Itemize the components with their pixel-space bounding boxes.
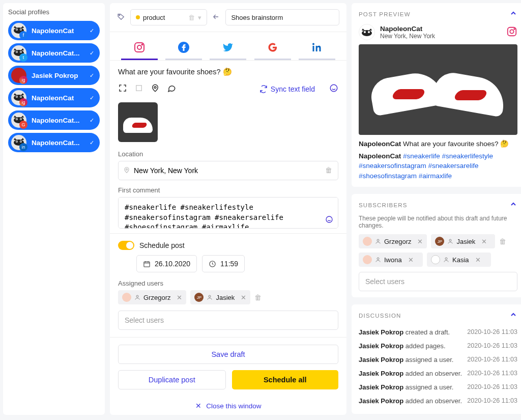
preview-hashtags: NapoleonCat #sneakerlife #sneakerlifesty… — [359, 151, 517, 181]
subscribers-note: These people will be notified about this… — [359, 215, 517, 229]
subscriber-chip[interactable]: JPJasiek✕ — [431, 234, 495, 248]
select-users-input[interactable]: Select users — [118, 311, 338, 330]
remove-icon[interactable]: ✕ — [475, 256, 481, 264]
svg-point-3 — [16, 29, 17, 30]
emoji-icon[interactable] — [329, 83, 338, 94]
profile-name: NapoleonCat... — [32, 117, 86, 124]
location-input[interactable] — [118, 161, 338, 180]
svg-point-59 — [377, 258, 379, 260]
crop-icon[interactable] — [134, 83, 143, 94]
user-icon — [134, 294, 140, 300]
remove-icon[interactable]: ✕ — [408, 256, 414, 264]
profile-pill[interactable]: GNapoleonCat...✓ — [8, 110, 100, 130]
svg-marker-6 — [21, 26, 24, 28]
trash-icon[interactable]: 🗑 — [325, 166, 332, 174]
location-label: Location — [110, 150, 346, 158]
preview-name: NapoleonCat — [380, 25, 435, 33]
chevron-down-icon[interactable]: ▾ — [198, 14, 201, 21]
discussion-row: Jasiek Pokrop assigned a user.2020-10-26… — [359, 353, 517, 367]
select-users-input[interactable]: Select users — [359, 272, 517, 291]
duplicate-button[interactable]: Duplicate post — [118, 370, 226, 389]
tab-linkedin[interactable] — [299, 37, 335, 60]
preview-caption: NapoleonCat What are your favourite shoe… — [359, 139, 517, 149]
svg-point-35 — [119, 14, 120, 15]
svg-point-57 — [377, 239, 379, 241]
svg-marker-20 — [21, 93, 24, 95]
profile-pill[interactable]: tNapoleonCat...✓ — [8, 43, 100, 63]
svg-marker-52 — [362, 29, 365, 31]
media-thumbnail[interactable] — [118, 102, 158, 142]
subscriber-chip[interactable]: Kasia✕ — [427, 253, 491, 267]
profile-pill[interactable]: igJasiek Pokrop✓ — [8, 66, 100, 85]
remove-icon[interactable]: ✕ — [417, 238, 423, 245]
pin-icon[interactable] — [151, 83, 160, 94]
close-window-button[interactable]: ✕ Close this window — [110, 397, 346, 415]
action: assigned a user. — [403, 383, 453, 391]
panel-title: SUBSCRIBERS — [359, 202, 408, 208]
date-input[interactable]: 26.10.2020 — [136, 255, 197, 272]
check-icon: ✓ — [86, 27, 97, 34]
schedule-label: Schedule post — [139, 241, 185, 249]
trash-icon[interactable]: 🗑 — [254, 293, 262, 301]
subscriber-chip[interactable]: Grzegorz✕ — [359, 234, 427, 248]
sync-text-button[interactable]: Sync text field — [259, 85, 315, 93]
schedule-toggle[interactable] — [118, 241, 134, 250]
schedule-all-button[interactable]: Schedule all — [232, 370, 339, 389]
profile-name: NapoleonCat — [32, 27, 86, 35]
svg-point-43 — [126, 169, 128, 170]
ig-badge-icon: ig — [19, 76, 27, 84]
remove-icon[interactable]: ✕ — [241, 294, 246, 301]
collapse-icon[interactable] — [509, 311, 517, 320]
actor: Jasiek Pokrop — [359, 383, 403, 391]
svg-marker-5 — [14, 26, 17, 28]
profile-pill[interactable]: fNapoleonCat✓ — [8, 21, 100, 40]
tab-facebook[interactable] — [165, 37, 202, 60]
collapse-icon[interactable] — [509, 200, 517, 210]
svg-marker-26 — [14, 116, 17, 118]
tag-icon[interactable] — [117, 13, 125, 22]
svg-point-44 — [326, 216, 332, 222]
user-icon — [443, 257, 449, 263]
user-chip[interactable]: JPJasiek✕ — [190, 290, 250, 304]
tab-instagram[interactable] — [121, 37, 158, 60]
svg-rect-40 — [136, 86, 142, 91]
panel-title: Social profiles — [8, 8, 100, 16]
close-icon: ✕ — [195, 402, 201, 410]
timestamp: 2020-10-26 11:03 — [467, 397, 517, 405]
actor: Jasiek Pokrop — [359, 370, 403, 377]
time-input[interactable]: 11:59 — [202, 255, 245, 272]
tab-google[interactable] — [254, 37, 291, 60]
trash-icon[interactable]: 🗑 — [499, 237, 506, 245]
action-row: Save draft Duplicate post Schedule all — [110, 338, 346, 397]
avatar: ig — [11, 68, 26, 83]
remove-icon[interactable]: ✕ — [177, 294, 182, 301]
draft-name-field[interactable]: Shoes brainstorm — [225, 9, 339, 25]
share-icon[interactable] — [212, 13, 220, 22]
composer-panel: product 🗑 ▾ Shoes brainstorm — [110, 3, 346, 415]
emoji-icon[interactable] — [325, 215, 333, 225]
trash-icon[interactable]: 🗑 — [188, 14, 195, 21]
tag-chip[interactable]: product 🗑 ▾ — [130, 9, 207, 25]
action: added pages. — [403, 342, 445, 350]
check-icon: ✓ — [86, 117, 97, 124]
avatar: ig — [11, 90, 26, 105]
discussion-row: Jasiek Pokrop added an observer.2020-10-… — [359, 367, 517, 380]
timestamp: 2020-10-26 11:03 — [467, 383, 517, 391]
svg-point-32 — [20, 141, 21, 142]
profile-name: NapoleonCat... — [32, 49, 86, 57]
user-chip[interactable]: Grzegorz✕ — [118, 290, 186, 304]
remove-icon[interactable]: ✕ — [481, 238, 487, 245]
save-draft-button[interactable]: Save draft — [118, 345, 338, 364]
caption-text[interactable]: What are your favourite shoes? 🤔 — [110, 61, 346, 80]
profile-pill[interactable]: igNapoleonCat✓ — [8, 88, 100, 107]
first-comment-label: First comment — [110, 186, 346, 194]
actor: Jasiek Pokrop — [359, 342, 403, 350]
first-comment-input[interactable]: #sneakerlife #sneakerlifestyle #sneakers… — [118, 197, 338, 229]
tab-twitter[interactable] — [210, 37, 246, 60]
comment-icon[interactable] — [167, 83, 176, 94]
profile-pill[interactable]: inNapoleonCat...✓ — [8, 133, 100, 152]
user-icon — [375, 257, 381, 263]
collapse-icon[interactable] — [509, 9, 517, 19]
fullscreen-icon[interactable] — [118, 83, 127, 94]
subscriber-chip[interactable]: Iwona✕ — [359, 253, 423, 267]
